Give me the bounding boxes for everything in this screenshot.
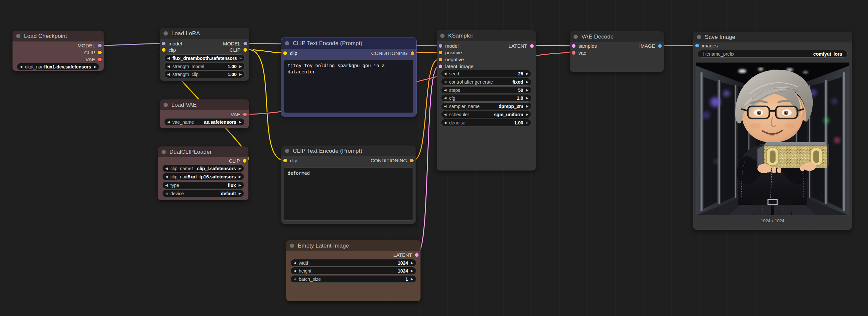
image-port-icon[interactable]: [695, 44, 699, 48]
latent-port-icon[interactable]: [572, 44, 576, 48]
arrow-left-icon[interactable]: ◀: [441, 80, 449, 84]
node-title-bar[interactable]: Load Checkpoint: [12, 31, 104, 41]
input-images[interactable]: images: [695, 42, 718, 49]
arrow-right-icon[interactable]: ▶: [237, 73, 245, 76]
image-port-icon[interactable]: [658, 44, 662, 48]
collapse-dot-icon[interactable]: [16, 34, 21, 38]
arrow-right-icon[interactable]: ▶: [236, 175, 244, 178]
collapse-dot-icon[interactable]: [163, 103, 168, 107]
arrow-left-icon[interactable]: ◀: [162, 167, 170, 170]
prompt-textarea[interactable]: deformed: [284, 167, 413, 221]
node-title-bar[interactable]: Load VAE: [160, 99, 249, 110]
clip-port-icon[interactable]: [283, 159, 287, 162]
arrow-right-icon[interactable]: ▶: [523, 121, 531, 124]
arrow-left-icon[interactable]: ◀: [164, 120, 173, 124]
arrow-left-icon[interactable]: ◀: [291, 269, 299, 272]
vae-port-icon[interactable]: [572, 51, 576, 55]
output-conditioning[interactable]: CONDITIONING: [371, 50, 414, 56]
output-clip[interactable]: CLIP: [229, 157, 246, 164]
output-conditioning[interactable]: CONDITIONING: [371, 157, 413, 164]
arrow-right-icon[interactable]: ▶: [523, 88, 531, 92]
node-title-bar[interactable]: CLIP Text Encode (Prompt): [281, 145, 415, 156]
widget-steps[interactable]: ◀ steps 50 ▶: [441, 86, 531, 94]
output-vae[interactable]: VAE: [86, 56, 102, 62]
arrow-right-icon[interactable]: ▶: [523, 113, 531, 116]
widget-type[interactable]: ◀ type flux ▶: [162, 181, 244, 189]
arrow-left-icon[interactable]: ◀: [441, 96, 449, 100]
arrow-left-icon[interactable]: ◀: [17, 65, 25, 68]
latent-port-icon[interactable]: [415, 253, 418, 257]
node-title-bar[interactable]: KSampler: [437, 30, 536, 41]
arrow-left-icon[interactable]: ◀: [441, 88, 449, 92]
arrow-right-icon[interactable]: ▶: [91, 65, 99, 68]
conditioning-port-icon[interactable]: [439, 51, 442, 54]
generated-image-preview[interactable]: [696, 62, 849, 215]
arrow-right-icon[interactable]: ▶: [236, 192, 244, 195]
model-port-icon[interactable]: [98, 44, 102, 48]
arrow-left-icon[interactable]: ◀: [441, 104, 449, 108]
widget-strength-clip[interactable]: ◀ strength_clip 1.00 ▶: [164, 70, 245, 78]
collapse-dot-icon[interactable]: [163, 31, 168, 35]
widget-clip-name1[interactable]: ◀ clip_name1 clip_l.safetensors ▶: [162, 165, 244, 172]
node-title-bar[interactable]: DualCLIPLoader: [158, 146, 248, 157]
widget-cfg[interactable]: ◀ cfg 1.0 ▶: [441, 94, 531, 102]
arrow-left-icon[interactable]: ◀: [441, 113, 449, 116]
arrow-right-icon[interactable]: ▶: [523, 80, 531, 84]
widget-width[interactable]: ◀ width 1024 ▶: [290, 259, 416, 267]
collapse-dot-icon[interactable]: [285, 41, 289, 46]
arrow-right-icon[interactable]: ▶: [408, 261, 416, 265]
prompt-textarea[interactable]: tjtoy toy holding sparkgpu gpu in a data…: [284, 60, 413, 113]
vae-port-icon[interactable]: [243, 113, 247, 116]
node-title-bar[interactable]: Empty Latent Image: [286, 240, 421, 251]
arrow-right-icon[interactable]: ▶: [236, 167, 244, 170]
conditioning-port-icon[interactable]: [439, 58, 442, 61]
node-title-bar[interactable]: VAE Decode: [570, 31, 664, 42]
model-port-icon[interactable]: [244, 42, 247, 46]
widget-clip-name2[interactable]: ◀ clip_nam ... t5xxl_fp16.safetensors ▶: [162, 173, 244, 180]
collapse-dot-icon[interactable]: [290, 243, 294, 248]
widget-control-after-generate[interactable]: ◀ control after generate fixed ▶: [441, 78, 531, 86]
latent-port-icon[interactable]: [439, 64, 442, 68]
arrow-left-icon[interactable]: ◀: [164, 64, 173, 68]
widget-height[interactable]: ◀ height 1024 ▶: [290, 267, 416, 275]
node-title-bar[interactable]: Save Image: [693, 32, 852, 42]
output-clip[interactable]: CLIP: [84, 49, 102, 56]
widget-batch-size[interactable]: ◀ batch_size 1 ▶: [290, 275, 416, 283]
input-samples[interactable]: samples: [572, 42, 597, 49]
input-clip[interactable]: clip: [162, 47, 176, 53]
arrow-left-icon[interactable]: ◀: [441, 72, 449, 76]
arrow-right-icon[interactable]: ▶: [408, 277, 416, 281]
widget-lora-name[interactable]: ◀ lor ... flux_dreambooth.safetensors ▶: [164, 54, 245, 62]
input-model[interactable]: model: [162, 40, 182, 47]
input-negative[interactable]: negative: [439, 56, 464, 62]
widget-vae-name[interactable]: ◀ vae_name ae.safetensors ▶: [164, 118, 245, 126]
model-port-icon[interactable]: [439, 44, 442, 48]
arrow-right-icon[interactable]: ▶: [237, 56, 245, 60]
widget-denoise[interactable]: ◀ denoise 1.00 ▶: [441, 119, 531, 126]
collapse-dot-icon[interactable]: [161, 150, 166, 154]
clip-port-icon[interactable]: [162, 48, 165, 52]
arrow-left-icon[interactable]: ◀: [162, 175, 170, 178]
latent-port-icon[interactable]: [530, 44, 534, 48]
collapse-dot-icon[interactable]: [697, 35, 701, 39]
collapse-dot-icon[interactable]: [440, 34, 444, 38]
output-model[interactable]: MODEL: [223, 40, 247, 47]
widget-device[interactable]: ◀ device default ▶: [162, 190, 244, 197]
output-latent[interactable]: LATENT: [509, 42, 534, 49]
arrow-left-icon[interactable]: ◀: [162, 183, 170, 187]
arrow-left-icon[interactable]: ◀: [291, 277, 299, 281]
collapse-dot-icon[interactable]: [574, 34, 578, 39]
node-title-bar[interactable]: CLIP Text Encode (Prompt): [281, 38, 416, 49]
node-graph-canvas[interactable]: Load Checkpoint MODEL CLIP VAE ◀ ckpt_na…: [0, 0, 868, 316]
input-vae[interactable]: vae: [572, 49, 586, 56]
input-clip[interactable]: clip: [283, 50, 298, 56]
arrow-left-icon[interactable]: ◀: [164, 73, 173, 76]
conditioning-port-icon[interactable]: [410, 159, 413, 162]
arrow-left-icon[interactable]: ◀: [162, 192, 170, 195]
arrow-left-icon[interactable]: ◀: [164, 56, 173, 60]
arrow-right-icon[interactable]: ▶: [236, 183, 244, 187]
arrow-right-icon[interactable]: ▶: [523, 96, 531, 100]
widget-scheduler[interactable]: ◀ scheduler sgm_uniform ▶: [441, 111, 531, 118]
widget-strength-model[interactable]: ◀ strength_model 1.00 ▶: [164, 62, 245, 70]
output-latent[interactable]: LATENT: [394, 252, 418, 258]
